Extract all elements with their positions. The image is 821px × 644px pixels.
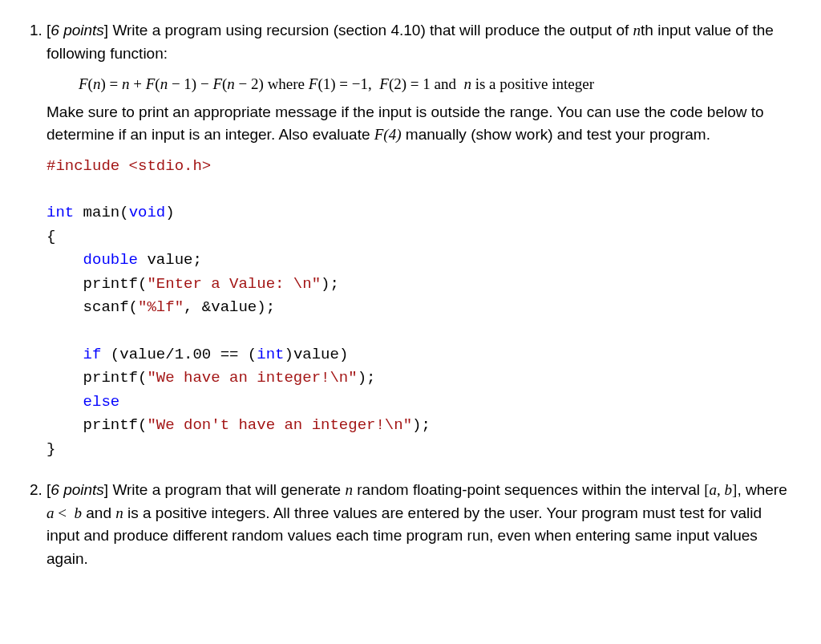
code-l12b: "We don't have an integer!\n" bbox=[147, 416, 412, 434]
code-l9c: int bbox=[257, 346, 284, 363]
code-l6a: printf( bbox=[47, 275, 147, 293]
code-l6b: "Enter a Value: \n" bbox=[147, 275, 321, 293]
q1-para2-b: manually (show work) and test your progr… bbox=[402, 126, 710, 143]
q2-n: n bbox=[345, 481, 353, 498]
code-l10a: printf( bbox=[47, 369, 147, 387]
code-l6c: ); bbox=[321, 275, 339, 293]
q2-interval: [a, b] bbox=[704, 481, 737, 498]
q1-points: 6 points bbox=[51, 22, 104, 38]
code-l9a: if bbox=[47, 346, 101, 363]
q2-cond: a < b bbox=[47, 504, 82, 521]
code-l12a: printf( bbox=[47, 416, 147, 434]
q2-text-a: Write a program that will generate bbox=[112, 481, 345, 498]
code-l13: } bbox=[47, 440, 55, 458]
question-2: [6 points] Write a program that will gen… bbox=[47, 479, 799, 570]
q2-text-b: random floating-point sequences within t… bbox=[353, 481, 704, 498]
q2-text-e: is a positive integers. All three values… bbox=[47, 504, 762, 567]
code-l1b: <stdio.h> bbox=[119, 157, 211, 175]
code-l12c: ); bbox=[412, 416, 431, 434]
code-l10b: "We have an integer!\n" bbox=[147, 369, 357, 387]
code-l3d: ) bbox=[165, 204, 174, 221]
code-l7b: "%lf" bbox=[138, 298, 184, 316]
code-l3b: main( bbox=[74, 204, 128, 221]
q1-para2-fx: F(4) bbox=[374, 126, 402, 143]
q2-points: 6 points bbox=[51, 481, 104, 498]
q2-text-d: and bbox=[82, 504, 115, 521]
code-l3a: int bbox=[47, 204, 74, 221]
q2-text-c: , where bbox=[737, 481, 787, 498]
code-l11a: else bbox=[47, 393, 119, 411]
q1-prompt-a: Write a program using recursion (section… bbox=[112, 22, 633, 38]
code-l4: { bbox=[47, 228, 55, 245]
q1-prompt: [6 points] Write a program using recursi… bbox=[47, 19, 799, 65]
q1-formula: F(n) = n + F(n − 1) − F(n − 2) where F(1… bbox=[79, 73, 799, 96]
code-l7a: scanf( bbox=[47, 298, 138, 316]
q2-text: [6 points] Write a program that will gen… bbox=[47, 479, 799, 570]
code-l9b: (value/1.00 == ( bbox=[101, 346, 257, 363]
q1-code-block: #include <stdio.h> int main(void) { doub… bbox=[47, 155, 799, 462]
q1-nth-var: n bbox=[633, 22, 641, 38]
question-1: [6 points] Write a program using recursi… bbox=[47, 19, 799, 461]
code-l1a: #include bbox=[47, 157, 119, 175]
code-l7c: , &value); bbox=[184, 298, 275, 316]
q1-para2: Make sure to print an appropriate messag… bbox=[47, 101, 799, 147]
code-l5b: value; bbox=[138, 251, 202, 269]
code-l9d: )value) bbox=[284, 346, 348, 363]
code-l3c: void bbox=[129, 204, 166, 221]
q2-n2: n bbox=[115, 504, 123, 521]
code-l5a: double bbox=[47, 251, 138, 269]
code-l10c: ); bbox=[358, 369, 376, 387]
